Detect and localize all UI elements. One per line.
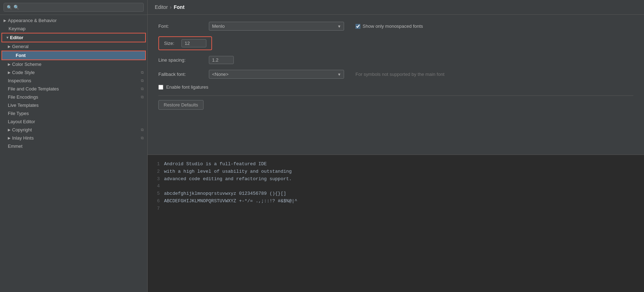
sidebar-item-label: File Types: [8, 111, 29, 116]
line-code: with a high level of usability and outst…: [164, 168, 292, 176]
fallback-font-row: Fallback font: <None> ▼ For symbols not …: [158, 70, 633, 79]
size-row: Size:: [158, 36, 212, 50]
breadcrumb-separator: ›: [170, 4, 172, 10]
copy-icon: ⧉: [141, 78, 144, 83]
line-code: advanced code editing and refactoring su…: [164, 176, 292, 183]
sidebar-item-file-code-templates[interactable]: File and Code Templates ⧉: [0, 85, 147, 93]
show-monospaced-label: Show only monospaced fonts: [363, 24, 423, 29]
settings-panel: Font: Menlo ▼ Show only monospaced fonts…: [148, 15, 644, 155]
sidebar-item-live-templates[interactable]: Live Templates: [0, 101, 147, 109]
sidebar-item-inlay-hints[interactable]: Inlay Hints ⧉: [0, 134, 147, 142]
collapse-icon: [8, 128, 12, 132]
copy-icon: ⧉: [141, 95, 144, 99]
sidebar-item-label: Live Templates: [8, 103, 38, 108]
preview-line-7: 7: [155, 205, 637, 213]
sidebar-item-emmet[interactable]: Emmet: [0, 142, 147, 150]
restore-defaults-button[interactable]: Restore Defaults: [158, 100, 204, 110]
line-code: abcdefghijklmnopqrstuvwxyz 0123456789 ()…: [164, 190, 286, 198]
fallback-font-label: Fallback font:: [158, 72, 205, 77]
preview-line-5: 5 abcdefghijklmnopqrstuvwxyz 0123456789 …: [155, 190, 637, 198]
sidebar-item-editor[interactable]: Editor: [1, 33, 146, 42]
line-code: Android Studio is a full-featured IDE: [164, 161, 267, 168]
sidebar-item-code-style[interactable]: Code Style ⧉: [0, 68, 147, 77]
nav-tree: Appearance & Behavior Keymap Editor Gene…: [0, 15, 147, 292]
preview-line-2: 2 with a high level of usability and out…: [155, 168, 637, 176]
show-monospaced-wrap: Show only monospaced fonts: [355, 24, 423, 29]
sidebar-item-label: File Encodings: [8, 94, 38, 100]
copy-icon: ⧉: [141, 136, 144, 140]
sidebar-item-file-encodings[interactable]: File Encodings ⧉: [0, 93, 147, 101]
sidebar-item-label: Code Style: [12, 70, 35, 75]
collapse-icon: [4, 19, 8, 22]
copy-icon: ⧉: [141, 127, 144, 132]
sidebar-item-label: Appearance & Behavior: [8, 18, 57, 23]
collapse-icon: [8, 45, 12, 48]
line-number: 4: [155, 183, 160, 190]
preview-line-1: 1 Android Studio is a full-featured IDE: [155, 161, 637, 168]
sidebar-item-label: Emmet: [8, 144, 22, 149]
line-code: ABCDEFGHIJKLMNOPQRSTUVWXYZ +-*/= .,;::!?…: [164, 198, 297, 205]
ligatures-label: Enable font ligatures: [166, 84, 208, 90]
expand-icon: [6, 36, 10, 40]
sidebar: 🔍 Appearance & Behavior Keymap Editor Ge…: [0, 0, 148, 292]
size-input[interactable]: [181, 39, 206, 47]
line-number: 3: [155, 176, 160, 183]
sidebar-item-label: General: [12, 44, 28, 49]
line-number: 5: [155, 190, 160, 198]
sidebar-item-file-types[interactable]: File Types: [0, 109, 147, 118]
font-row: Font: Menlo ▼ Show only monospaced fonts: [158, 22, 633, 31]
main-content: Editor › Font Font: Menlo ▼ Show only mo…: [148, 0, 644, 292]
preview-line-6: 6 ABCDEFGHIJKLMNOPQRSTUVWXYZ +-*/= .,;::…: [155, 198, 637, 205]
search-bar: 🔍: [0, 0, 147, 15]
sidebar-item-layout-editor[interactable]: Layout Editor: [0, 118, 147, 126]
breadcrumb: Editor › Font: [148, 0, 644, 15]
sidebar-item-label: Copyright: [12, 127, 32, 132]
ligatures-checkbox[interactable]: [158, 85, 163, 90]
search-icon: 🔍: [7, 5, 12, 10]
line-number: 6: [155, 198, 160, 205]
copy-icon: ⧉: [141, 87, 144, 91]
sidebar-item-label: Keymap: [9, 26, 26, 31]
sidebar-item-label: Layout Editor: [8, 119, 35, 124]
ligatures-row: Enable font ligatures: [158, 84, 633, 90]
search-input[interactable]: [14, 5, 141, 10]
sidebar-item-keymap[interactable]: Keymap: [0, 25, 147, 33]
size-label: Size:: [164, 41, 174, 46]
line-number: 7: [155, 205, 160, 213]
font-label: Font:: [158, 24, 205, 29]
search-input-wrap[interactable]: 🔍: [4, 3, 144, 12]
sidebar-item-font[interactable]: Font: [1, 51, 146, 60]
sidebar-item-label: Font: [16, 53, 26, 58]
sidebar-item-appearance-behavior[interactable]: Appearance & Behavior: [0, 16, 147, 25]
preview-line-3: 3 advanced code editing and refactoring …: [155, 176, 637, 183]
preview-area: 1 Android Studio is a full-featured IDE …: [148, 155, 644, 292]
collapse-icon: [8, 136, 12, 140]
line-spacing-label: Line spacing:: [158, 57, 205, 63]
fallback-font-select-wrap: <None> ▼: [209, 70, 344, 79]
breadcrumb-current: Font: [174, 4, 184, 10]
sidebar-item-label: Color Scheme: [12, 62, 41, 67]
line-spacing-row: Line spacing:: [158, 56, 633, 64]
preview-line-4: 4: [155, 183, 637, 190]
sidebar-item-general[interactable]: General: [0, 42, 147, 51]
sidebar-item-label: Inspections: [8, 78, 31, 83]
sidebar-item-color-scheme[interactable]: Color Scheme: [0, 60, 147, 68]
font-select[interactable]: Menlo: [209, 22, 344, 31]
line-number: 2: [155, 168, 160, 176]
divider: [158, 95, 633, 96]
font-select-wrap: Menlo ▼: [209, 22, 344, 31]
breadcrumb-parent: Editor: [155, 4, 168, 10]
fallback-hint: For symbols not supported by the main fo…: [355, 72, 444, 77]
show-monospaced-checkbox[interactable]: [355, 24, 360, 29]
line-spacing-input[interactable]: [209, 56, 234, 64]
sidebar-item-copyright[interactable]: Copyright ⧉: [0, 126, 147, 134]
line-number: 1: [155, 161, 160, 168]
collapse-icon: [8, 71, 12, 74]
sidebar-item-inspections[interactable]: Inspections ⧉: [0, 77, 147, 85]
sidebar-item-label: File and Code Templates: [8, 86, 59, 92]
fallback-font-select[interactable]: <None>: [209, 70, 344, 79]
sidebar-item-label: Editor: [10, 35, 23, 40]
collapse-icon: [8, 62, 12, 66]
sidebar-item-label: Inlay Hints: [12, 135, 34, 141]
copy-icon: ⧉: [141, 70, 144, 75]
